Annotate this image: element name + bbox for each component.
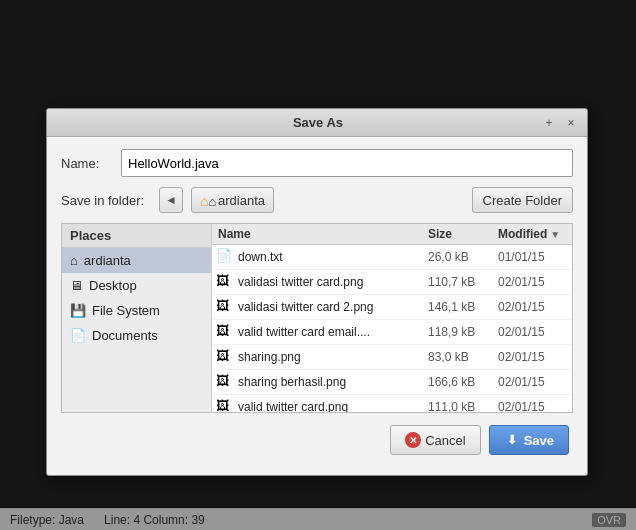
create-folder-button[interactable]: Create Folder bbox=[472, 187, 573, 213]
dialog-title: Save As bbox=[95, 115, 541, 130]
file-row[interactable]: 🖼 sharing.png 83,0 kB 02/01/15 bbox=[212, 345, 572, 370]
dialog-body: Name: Save in folder: ◄ ⌂ ardianta Creat… bbox=[47, 137, 587, 475]
file-row[interactable]: 🖼 valid twitter card.png 111,0 kB 02/01/… bbox=[212, 395, 572, 412]
file-row[interactable]: 📄 down.txt 26,0 kB 01/01/15 bbox=[212, 245, 572, 270]
file-date-cell: 02/01/15 bbox=[492, 350, 572, 364]
file-date-cell: 02/01/15 bbox=[492, 400, 572, 412]
file-name-cell: valid twitter card email.... bbox=[238, 325, 422, 339]
file-size-cell: 111,0 kB bbox=[422, 400, 492, 412]
file-size-cell: 166,6 kB bbox=[422, 375, 492, 389]
file-icon: 🖼 bbox=[216, 273, 234, 291]
sort-arrow-icon: ▼ bbox=[550, 229, 560, 240]
col-header-size: Size bbox=[422, 227, 492, 241]
places-item-ardianta[interactable]: ⌂ ardianta bbox=[62, 248, 211, 273]
col-header-name: Name bbox=[212, 227, 422, 241]
places-fs-icon: 💾 bbox=[70, 303, 86, 318]
folder-label: Save in folder: bbox=[61, 193, 151, 208]
folder-row: Save in folder: ◄ ⌂ ardianta Create Fold… bbox=[61, 187, 573, 213]
dialog-close-button[interactable]: × bbox=[563, 115, 579, 131]
places-header: Places bbox=[62, 224, 211, 248]
file-icon: 🖼 bbox=[216, 373, 234, 391]
file-row[interactable]: 🖼 valid twitter card email.... 118,9 kB … bbox=[212, 320, 572, 345]
col-header-modified: Modified ▼ bbox=[492, 227, 572, 241]
file-list-header: Name Size Modified ▼ bbox=[212, 224, 572, 245]
dialog-titlebar: Save As + × bbox=[47, 109, 587, 137]
name-row: Name: bbox=[61, 149, 573, 177]
file-size-cell: 26,0 kB bbox=[422, 250, 492, 264]
file-icon: 📄 bbox=[216, 248, 234, 266]
filename-input[interactable] bbox=[121, 149, 573, 177]
cancel-button[interactable]: ✕ Cancel bbox=[390, 425, 480, 455]
name-label: Name: bbox=[61, 156, 111, 171]
file-size-cell: 83,0 kB bbox=[422, 350, 492, 364]
file-list[interactable]: Name Size Modified ▼ 📄 down.txt 26,0 kB … bbox=[212, 224, 572, 412]
save-button[interactable]: ⬇ Save bbox=[489, 425, 569, 455]
file-size-cell: 146,1 kB bbox=[422, 300, 492, 314]
places-label-desktop: Desktop bbox=[89, 278, 137, 293]
save-as-dialog: Save As + × Name: Save in folder: ◄ ⌂ ar… bbox=[46, 108, 588, 476]
file-size-cell: 110,7 kB bbox=[422, 275, 492, 289]
file-row[interactable]: 🖼 validasi twitter card.png 110,7 kB 02/… bbox=[212, 270, 572, 295]
file-date-cell: 02/01/15 bbox=[492, 375, 572, 389]
file-name-cell: validasi twitter card.png bbox=[238, 275, 422, 289]
places-item-desktop[interactable]: 🖥 Desktop bbox=[62, 273, 211, 298]
cancel-label: Cancel bbox=[425, 433, 465, 448]
places-panel: Places ⌂ ardianta 🖥 Desktop 💾 File Syste… bbox=[62, 224, 212, 412]
file-date-cell: 02/01/15 bbox=[492, 325, 572, 339]
file-name-cell: down.txt bbox=[238, 250, 422, 264]
places-desktop-icon: 🖥 bbox=[70, 278, 83, 293]
folder-back-button[interactable]: ◄ bbox=[159, 187, 183, 213]
places-label-documents: Documents bbox=[92, 328, 158, 343]
file-browser: Places ⌂ ardianta 🖥 Desktop 💾 File Syste… bbox=[61, 223, 573, 413]
save-label: Save bbox=[524, 433, 554, 448]
file-rows-container: 📄 down.txt 26,0 kB 01/01/15 🖼 validasi t… bbox=[212, 245, 572, 412]
save-arrow-icon: ⬇ bbox=[504, 432, 520, 448]
places-label-ardianta: ardianta bbox=[84, 253, 131, 268]
dialog-footer: ✕ Cancel ⬇ Save bbox=[61, 423, 573, 463]
file-icon: 🖼 bbox=[216, 348, 234, 366]
dialog-expand-button[interactable]: + bbox=[541, 115, 557, 131]
places-item-filesystem[interactable]: 💾 File System bbox=[62, 298, 211, 323]
cancel-x-icon: ✕ bbox=[405, 432, 421, 448]
file-icon: 🖼 bbox=[216, 323, 234, 341]
file-icon: 🖼 bbox=[216, 298, 234, 316]
places-item-documents[interactable]: 📄 Documents bbox=[62, 323, 211, 348]
file-name-cell: valid twitter card.png bbox=[238, 400, 422, 412]
file-row[interactable]: 🖼 sharing berhasil.png 166,6 kB 02/01/15 bbox=[212, 370, 572, 395]
home-icon: ⌂ bbox=[200, 193, 214, 207]
folder-current-name: ardianta bbox=[218, 193, 265, 208]
file-date-cell: 02/01/15 bbox=[492, 275, 572, 289]
file-name-cell: sharing.png bbox=[238, 350, 422, 364]
dialog-controls: + × bbox=[541, 115, 579, 131]
folder-current[interactable]: ⌂ ardianta bbox=[191, 187, 274, 213]
places-docs-icon: 📄 bbox=[70, 328, 86, 343]
file-name-cell: sharing berhasil.png bbox=[238, 375, 422, 389]
file-row[interactable]: 🖼 validasi twitter card 2.png 146,1 kB 0… bbox=[212, 295, 572, 320]
file-icon: 🖼 bbox=[216, 398, 234, 412]
file-size-cell: 118,9 kB bbox=[422, 325, 492, 339]
places-label-filesystem: File System bbox=[92, 303, 160, 318]
file-name-cell: validasi twitter card 2.png bbox=[238, 300, 422, 314]
file-date-cell: 02/01/15 bbox=[492, 300, 572, 314]
places-home-icon: ⌂ bbox=[70, 253, 78, 268]
file-date-cell: 01/01/15 bbox=[492, 250, 572, 264]
